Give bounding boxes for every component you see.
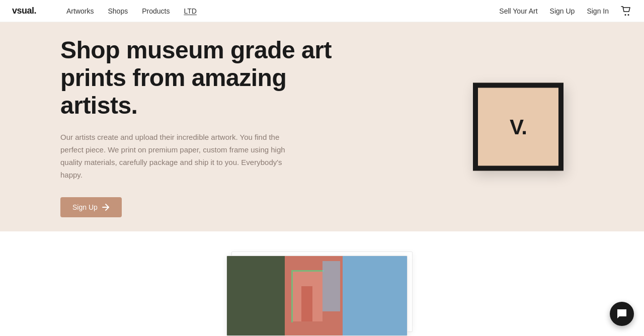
frame-logo: V. xyxy=(510,115,527,139)
cart-icon[interactable] xyxy=(621,6,632,16)
nav-ltd[interactable]: LTD xyxy=(184,7,196,15)
hero-content: Shop museum grade art prints from amazin… xyxy=(60,36,342,218)
svg-rect-2 xyxy=(227,256,287,336)
art-card[interactable] xyxy=(226,256,408,336)
nav-sign-up[interactable]: Sign Up xyxy=(550,7,575,15)
nav-artworks[interactable]: Artworks xyxy=(66,7,94,15)
chat-icon xyxy=(616,308,627,319)
svg-rect-7 xyxy=(291,270,324,272)
nav-products[interactable]: Products xyxy=(142,7,170,15)
logo[interactable]: vsual. xyxy=(12,6,36,16)
nav-sign-in[interactable]: Sign In xyxy=(587,7,609,15)
svg-rect-8 xyxy=(301,286,312,321)
svg-point-1 xyxy=(628,14,629,16)
svg-rect-6 xyxy=(291,270,293,322)
hero-frame-image: V. xyxy=(473,83,564,171)
nav-shops[interactable]: Shops xyxy=(108,7,128,15)
art-card-container xyxy=(226,251,418,336)
hero-description: Our artists create and upload their incr… xyxy=(60,131,302,181)
art-frame: V. xyxy=(473,83,564,171)
navigation: vsual. Artworks Shops Products LTD Sell … xyxy=(0,0,644,22)
svg-rect-4 xyxy=(343,256,408,336)
svg-point-0 xyxy=(625,14,626,16)
hero-signup-button[interactable]: Sign Up xyxy=(60,197,122,217)
chat-button[interactable] xyxy=(610,302,634,326)
svg-rect-9 xyxy=(323,261,340,311)
hero-section: Shop museum grade art prints from amazin… xyxy=(0,22,644,231)
art-preview xyxy=(227,256,407,335)
nav-sell-your-art[interactable]: Sell Your Art xyxy=(499,7,537,15)
hero-title: Shop museum grade art prints from amazin… xyxy=(60,36,342,120)
bottom-section xyxy=(0,231,644,336)
